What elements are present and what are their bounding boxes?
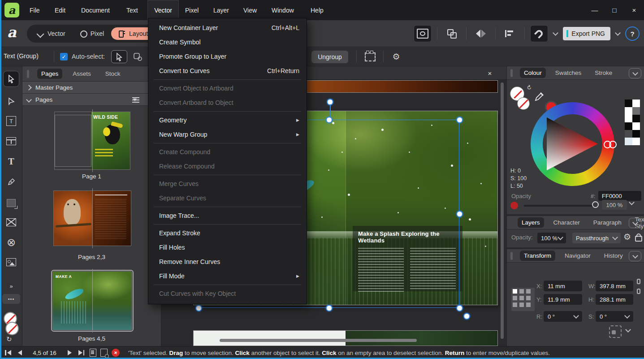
w-field[interactable]: 397.8 mm (596, 281, 633, 291)
anchor-point-selector[interactable] (511, 288, 535, 311)
tab-stock[interactable]: Stock (101, 69, 125, 79)
selection-rotation-handle[interactable] (464, 314, 469, 319)
preflight-error-icon[interactable]: × (111, 348, 120, 357)
insert-pages-icon[interactable] (132, 96, 139, 103)
selection-handle-bottom-left[interactable] (196, 306, 201, 311)
persona-pixel[interactable]: Pixel (73, 27, 111, 40)
greyscale-swatches[interactable] (625, 99, 640, 145)
menu-item-geometry[interactable]: Geometry ▶ (148, 113, 307, 127)
pages-view-icon[interactable] (90, 349, 96, 357)
tab-layers[interactable]: Layers (518, 217, 544, 228)
menu-edit[interactable]: Edit (55, 0, 65, 20)
table-tool[interactable] (3, 133, 19, 149)
auto-select-shape-button[interactable] (130, 50, 146, 63)
menu-item-fill-mode[interactable]: Fill Mode ▶ (148, 269, 307, 283)
hex-input[interactable]: FF0000 (598, 191, 641, 201)
eyedropper-button[interactable] (534, 91, 545, 104)
swap-colours-icon[interactable]: ↻ (525, 83, 533, 91)
selection-top-stem-handle[interactable] (328, 99, 333, 104)
selection-handle-bottom-right[interactable] (457, 306, 462, 311)
export-dropdown-caret-icon[interactable] (615, 30, 621, 36)
menu-window[interactable]: Window (272, 0, 294, 20)
node-tool[interactable] (3, 93, 19, 109)
horizontal-scrollbar[interactable] (220, 339, 417, 342)
rotation-dropdown[interactable]: 0 ° (544, 311, 582, 322)
fill-colour-well[interactable] (518, 98, 529, 109)
menu-item-expand-stroke[interactable]: Expand Stroke (148, 226, 307, 240)
menu-file[interactable]: File (30, 0, 40, 20)
picture-frame-ellipse-tool[interactable]: ⊗ (3, 234, 19, 251)
tab-character[interactable]: Character (549, 217, 584, 228)
window-maximize-icon[interactable]: □ (605, 0, 624, 20)
fill-stroke-selector[interactable] (4, 312, 20, 335)
settings-button[interactable]: ⚙ (388, 50, 404, 63)
artistic-text-tool[interactable]: T (3, 153, 19, 169)
tab-paragraph[interactable]: Paragraph (589, 217, 626, 228)
auto-select-cursor-button[interactable] (111, 50, 127, 63)
previous-page-button[interactable] (17, 350, 23, 355)
mirror-button[interactable] (472, 25, 490, 42)
menu-document[interactable]: Document (81, 0, 110, 20)
expand-tools-button[interactable]: » (3, 281, 19, 291)
constraints-icon[interactable] (609, 325, 622, 338)
panel-options-button[interactable] (629, 218, 641, 228)
tab-stroke[interactable]: Stroke (591, 68, 616, 78)
rotate-pages-icon[interactable] (100, 349, 108, 357)
panel-options-button[interactable] (629, 68, 641, 78)
tab-transform[interactable]: Transform (520, 251, 555, 261)
lock-icon[interactable] (635, 236, 642, 242)
select-same-button[interactable] (362, 50, 378, 63)
persona-vector[interactable]: Vector (30, 27, 73, 40)
h-field[interactable]: 288.1 mm (596, 294, 633, 305)
x-field[interactable]: 11 mm (544, 281, 582, 291)
fill-color-well[interactable] (5, 322, 19, 335)
panel-options-button[interactable] (629, 251, 641, 261)
selection-handle-top-mid[interactable] (327, 117, 332, 122)
menu-pixel[interactable]: Pixel (185, 0, 199, 20)
y-field[interactable]: 11.9 mm (544, 294, 582, 305)
blend-mode-dropdown[interactable]: Passthrough (572, 233, 621, 243)
window-close-icon[interactable]: × (624, 0, 644, 20)
tab-navigator[interactable]: Navigator (561, 251, 595, 261)
preview-mode-button[interactable] (414, 25, 432, 42)
last-page-button[interactable] (77, 350, 86, 355)
export-png-button[interactable]: Export PNG (563, 27, 610, 40)
menu-item-create-symbol[interactable]: Create Symbol (148, 35, 307, 49)
shade-selector-ring[interactable] (609, 141, 617, 148)
auto-select-checkbox[interactable]: ✓ (60, 53, 68, 61)
opacity-colour-dot[interactable] (510, 202, 518, 209)
opacity-value-dropdown[interactable]: 100 % (602, 200, 627, 210)
tab-colour[interactable]: Colour (520, 68, 546, 78)
picture-frame-rectangle-tool[interactable] (3, 214, 19, 230)
menu-vector[interactable]: Vector (147, 0, 179, 20)
snapping-dropdown-caret-icon[interactable] (553, 30, 558, 36)
menu-item-new-container-layer[interactable]: New Container Layer Ctrl+Alt+L (148, 21, 307, 35)
layer-opacity-dropdown[interactable]: 100 % (537, 233, 566, 243)
document-close-icon[interactable]: × (485, 68, 495, 78)
window-minimize-icon[interactable]: — (585, 0, 605, 20)
vertical-scrollbar[interactable] (501, 82, 504, 339)
page-thumbnail-2-3[interactable] (54, 191, 131, 246)
menu-item-remove-inner-curves[interactable]: Remove Inner Curves (148, 255, 307, 269)
shear-dropdown[interactable]: 0 ° (596, 311, 633, 322)
menu-view[interactable]: View (243, 0, 257, 20)
duplicate-objects-button[interactable] (443, 25, 461, 42)
tab-history[interactable]: History (600, 251, 627, 261)
swap-fill-stroke-icon[interactable]: ↻ (6, 335, 12, 343)
tab-assets[interactable]: Assets (69, 69, 95, 79)
page-indicator[interactable]: 4,5 of 16 (27, 350, 62, 356)
pages-section[interactable]: Pages (22, 94, 161, 106)
selection-handle-top-right[interactable] (457, 117, 462, 122)
first-page-button[interactable] (4, 350, 13, 355)
colour-wheel[interactable] (531, 102, 614, 186)
menu-item-new-warp-group[interactable]: New Warp Group ▶ (148, 127, 307, 142)
constraints-caret-icon[interactable] (625, 327, 631, 333)
help-button[interactable]: ? (625, 26, 640, 41)
tab-pages[interactable]: Pages (37, 69, 62, 79)
alignment-button[interactable] (501, 25, 519, 42)
menu-item-fill-holes[interactable]: Fill Holes (148, 240, 307, 255)
place-image-tool[interactable] (3, 254, 19, 270)
panel-grip[interactable] (510, 252, 513, 260)
layer-fx-gear-icon[interactable]: ⚙ (623, 232, 631, 242)
menu-help[interactable]: Help (311, 0, 324, 20)
